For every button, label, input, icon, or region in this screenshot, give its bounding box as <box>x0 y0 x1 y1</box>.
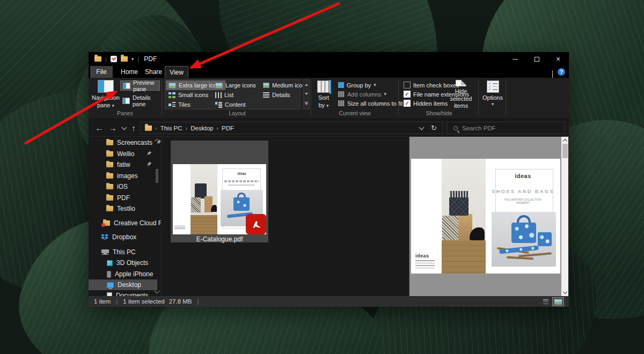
collapse-ribbon-button[interactable] <box>552 70 553 78</box>
help-icon: ? <box>560 69 563 75</box>
preview-scroll-down[interactable] <box>561 289 568 296</box>
sidebar-item-desktop[interactable]: Desktop <box>89 279 157 290</box>
content-icon <box>215 102 222 108</box>
checkbox-checked-icon: ✓ <box>404 100 411 107</box>
group-separator <box>162 80 162 114</box>
preview-scrollbar[interactable] <box>561 137 568 296</box>
details-pane-button[interactable]: Details pane <box>120 95 160 106</box>
folder-icon <box>106 173 113 179</box>
sidebar-item-ios[interactable]: iOS <box>89 181 157 192</box>
forward-button[interactable]: → <box>106 119 119 137</box>
size-all-columns-label: Size all columns to fit <box>347 100 402 107</box>
sidebar-item-dropbox[interactable]: Dropbox <box>89 232 157 242</box>
tab-share[interactable]: Share <box>142 66 165 78</box>
up-icon: ↑ <box>131 123 136 132</box>
forward-icon: → <box>109 123 117 132</box>
navigation-pane-button[interactable]: Navigation pane ▾ <box>92 79 120 110</box>
close-button[interactable]: × <box>547 52 569 66</box>
catalog-left-photo <box>442 159 486 274</box>
sidebar-item-apple-iphone[interactable]: Apple iPhone <box>89 269 157 279</box>
recent-locations-button[interactable] <box>119 119 129 137</box>
gallery-more-icon[interactable] <box>304 102 308 105</box>
size-all-columns-button[interactable]: Size all columns to fit <box>336 98 405 108</box>
preview-pane-button[interactable]: Preview pane <box>120 80 160 91</box>
search-input[interactable] <box>462 125 543 131</box>
sidebar-item-this-pc[interactable]: This PC <box>89 247 157 257</box>
tiles-icon <box>169 102 175 108</box>
large-icons-icon <box>215 83 223 88</box>
breadcrumb-pdf[interactable]: PDF <box>219 125 236 131</box>
layout-large-icons[interactable]: Large icons <box>213 80 259 90</box>
details-view-toggle[interactable] <box>542 298 550 305</box>
breadcrumb-this-pc[interactable]: This PC <box>158 125 185 131</box>
ribbon-tab-row: File Home Share View ? <box>89 66 569 78</box>
status-separator: | <box>192 298 204 305</box>
layout-tiles[interactable]: Tiles <box>166 100 193 109</box>
sidebar-item-testlio[interactable]: Testlio <box>89 203 157 214</box>
search-box[interactable] <box>447 122 565 134</box>
list-icon <box>215 92 222 98</box>
iphone-icon <box>107 271 111 278</box>
tab-file[interactable]: File <box>90 66 113 78</box>
brand-logo: ideas <box>486 173 560 179</box>
sidebar-item-pdf[interactable]: PDF <box>89 193 157 203</box>
sidebar-item-fatiw[interactable]: fatiw <box>89 159 157 170</box>
sidebar-item-screencasts[interactable]: Screencasts <box>89 137 157 148</box>
qat-customize-dropdown-icon[interactable]: ▾ <box>131 57 134 62</box>
add-columns-label: Add columns <box>347 91 382 98</box>
up-button[interactable]: ↑ <box>128 119 139 137</box>
preview-pane: ideas ideas SHOES AND BAGS FALL/WINTER C… <box>409 137 561 296</box>
layout-list[interactable]: List <box>213 90 236 100</box>
refresh-icon[interactable]: ↻ <box>431 124 437 132</box>
sidebar-item-images[interactable]: images <box>89 171 157 181</box>
options-button[interactable]: ✓ ✓ ✓ Options ▾ <box>481 79 504 110</box>
sidebar-item-documents[interactable]: Documents <box>89 290 157 296</box>
preview-scrollbar-thumb[interactable] <box>562 144 568 158</box>
scroll-up-icon[interactable] <box>155 139 160 144</box>
address-dropdown-icon[interactable] <box>419 125 425 130</box>
sidebar-scrollbar[interactable] <box>155 137 159 296</box>
folder-icon <box>106 184 113 189</box>
crumb-separator: › <box>154 125 158 131</box>
minimize-button[interactable] <box>504 52 526 66</box>
hide-selected-items-button[interactable]: Hide selected items <box>445 79 477 110</box>
file-tile-selected[interactable]: ideas E-Catalogue.pdf <box>171 141 268 242</box>
breadcrumb-desktop[interactable]: Desktop <box>188 125 215 131</box>
catalog-title: SHOES AND BAGS <box>486 189 560 194</box>
address-box[interactable]: › This PC › Desktop › PDF ↻ <box>141 122 443 134</box>
sort-by-button[interactable]: Sort by ▾ <box>313 79 334 110</box>
file-explorer-window: | ▾ | PDF × File Home Share View ? Navig… <box>89 52 569 307</box>
properties-icon[interactable] <box>111 56 117 62</box>
layout-content[interactable]: Content <box>213 100 248 109</box>
sidebar-item-3d-objects[interactable]: 3D Objects <box>89 257 157 268</box>
chevron-down-icon <box>121 124 127 130</box>
small-icons-icon <box>169 92 175 98</box>
new-folder-icon[interactable] <box>121 56 128 62</box>
tab-home[interactable]: Home <box>118 66 141 78</box>
layout-details[interactable]: Details <box>260 90 293 100</box>
layout-small-icons[interactable]: Small icons <box>166 90 211 100</box>
tab-view[interactable]: View <box>165 66 188 78</box>
maximize-button[interactable] <box>526 52 547 66</box>
thumbnail-view-toggle[interactable] <box>553 298 564 306</box>
app-folder-icon <box>94 56 101 62</box>
gallery-scroll-down-icon[interactable] <box>305 93 308 95</box>
folder-icon <box>106 195 113 201</box>
sidebar-item-creative-cloud[interactable]: Creative Cloud Files <box>89 218 157 228</box>
navigation-pane: Screencasts Wellio fatiw images iOS PDF … <box>89 137 161 296</box>
sidebar-item-wellio[interactable]: Wellio <box>89 149 157 159</box>
size-all-columns-icon <box>338 100 345 106</box>
hidden-items-checkbox[interactable]: ✓ Hidden items <box>401 98 450 108</box>
options-icon: ✓ ✓ ✓ <box>487 80 499 93</box>
navigation-pane-label-line1: Navigation <box>92 94 120 102</box>
back-button[interactable]: ← <box>93 119 106 137</box>
scroll-down-icon[interactable] <box>155 289 160 294</box>
options-label: Options <box>482 94 503 102</box>
scrollbar-thumb[interactable] <box>156 169 158 183</box>
help-button[interactable]: ? <box>558 68 565 76</box>
gallery-scroll-up-icon[interactable] <box>305 84 308 86</box>
view-toggles <box>542 298 564 306</box>
add-columns-icon <box>338 91 345 97</box>
thumbnail-left-page <box>173 164 217 234</box>
preview-scroll-up[interactable] <box>561 137 568 144</box>
